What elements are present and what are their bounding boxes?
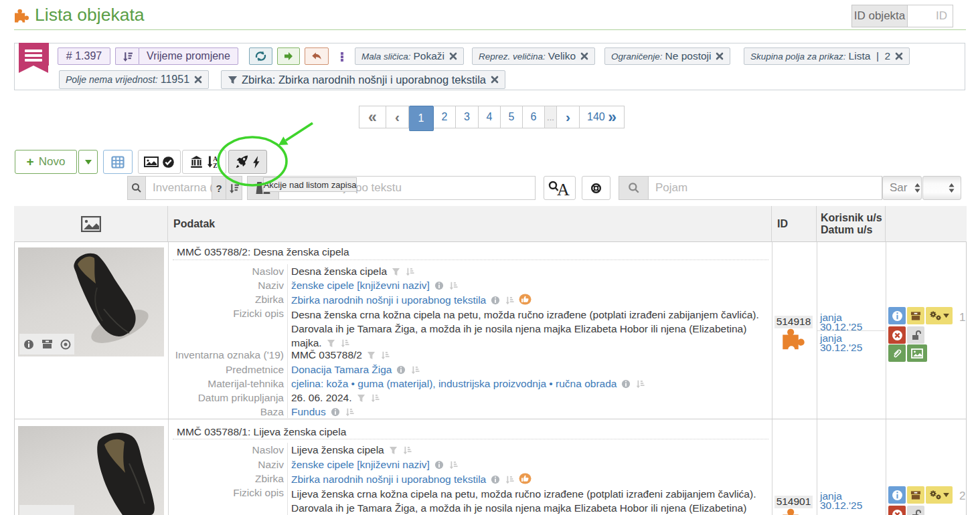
svg-text:A: A bbox=[557, 180, 570, 197]
